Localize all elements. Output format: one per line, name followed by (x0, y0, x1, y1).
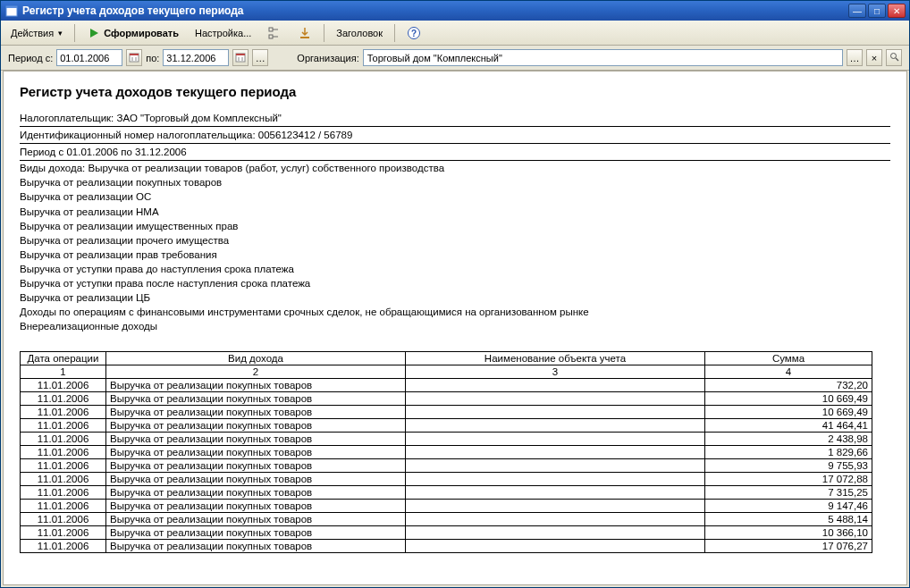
col-date: Дата операции (21, 352, 106, 365)
svg-point-18 (890, 54, 896, 59)
cell-type: Выручка от реализации покупных товаров (106, 540, 406, 553)
org-label: Организация: (297, 53, 358, 63)
cell-object (406, 379, 705, 392)
date-to-input[interactable] (163, 49, 229, 66)
table-row[interactable]: 11.01.2006Выручка от реализации покупных… (21, 446, 872, 459)
calendar-icon (129, 52, 139, 64)
maximize-button[interactable]: □ (868, 4, 886, 18)
date-from-input[interactable] (56, 49, 122, 66)
window-title: Регистр учета доходов текущего периода (22, 4, 848, 17)
cell-date: 11.01.2006 (21, 392, 106, 406)
svg-line-19 (896, 58, 898, 61)
cell-sum: 10 669,49 (705, 392, 872, 406)
income-type-line: Выручка от реализации НМА (20, 205, 890, 219)
save-icon (298, 26, 312, 40)
help-button[interactable]: ? (400, 23, 427, 43)
cell-object (406, 406, 705, 419)
table-row[interactable]: 11.01.2006Выручка от реализации покупных… (21, 500, 872, 513)
table-row[interactable]: 11.01.2006Выручка от реализации покупных… (21, 406, 872, 419)
form-button[interactable]: Сформировать (80, 23, 185, 43)
cell-object (406, 486, 705, 500)
income-type-line: Выручка от реализации прав требования (20, 248, 890, 262)
cell-type: Выручка от реализации покупных товаров (106, 379, 406, 392)
table-row[interactable]: 11.01.2006Выручка от реализации покупных… (21, 459, 872, 473)
income-type-line: Выручка от реализации имущественных прав (20, 219, 890, 233)
table-row[interactable]: 11.01.2006Выручка от реализации покупных… (21, 526, 872, 540)
cell-sum: 5 488,14 (705, 513, 872, 526)
svg-rect-4 (269, 35, 273, 38)
table-numrow: 1 2 3 4 (21, 365, 872, 379)
cell-type: Выручка от реализации покупных товаров (106, 392, 406, 406)
header-label: Заголовок (336, 28, 383, 38)
cell-sum: 10 366,10 (705, 526, 872, 540)
org-clear-button[interactable]: × (866, 49, 882, 66)
cell-sum: 1 829,66 (705, 446, 872, 459)
cell-sum: 10 669,49 (705, 406, 872, 419)
cell-object (406, 540, 705, 553)
table-row[interactable]: 11.01.2006Выручка от реализации покупных… (21, 486, 872, 500)
minimize-button[interactable]: — (848, 4, 866, 18)
cell-object (406, 446, 705, 459)
cell-type: Выручка от реализации покупных товаров (106, 513, 406, 526)
table-row[interactable]: 11.01.2006Выручка от реализации покупных… (21, 392, 872, 406)
cell-sum: 17 072,88 (705, 473, 872, 486)
titlebar: Регистр учета доходов текущего периода —… (1, 1, 909, 21)
close-button[interactable]: ✕ (888, 4, 906, 18)
table-row[interactable]: 11.01.2006Выручка от реализации покупных… (21, 379, 872, 392)
report-title: Регистр учета доходов текущего периода (20, 84, 890, 99)
org-input[interactable] (363, 49, 843, 66)
cell-type: Выручка от реализации покупных товаров (106, 419, 406, 433)
cell-object (406, 500, 705, 513)
period-to-label: по: (146, 53, 159, 63)
org-search-button[interactable] (886, 49, 902, 66)
table-row[interactable]: 11.01.2006Выручка от реализации покупных… (21, 540, 872, 553)
cell-sum: 9 147,46 (705, 500, 872, 513)
cell-object (406, 473, 705, 486)
period-ellipsis-button[interactable]: … (252, 49, 268, 66)
cell-sum: 732,20 (705, 379, 872, 392)
income-type-line: Выручка от уступки права после наступлен… (20, 276, 890, 290)
table-row[interactable]: 11.01.2006Выручка от реализации покупных… (21, 433, 872, 446)
period-line: Период с 01.01.2006 по 31.12.2006 (20, 144, 890, 161)
svg-rect-3 (269, 28, 273, 31)
org-ellipsis-button[interactable]: … (847, 49, 863, 66)
date-to-picker[interactable] (232, 49, 249, 66)
toolbar-separator (394, 24, 395, 42)
income-type-line: Внереализационные доходы (20, 319, 890, 333)
actions-menu[interactable]: Действия▾ (4, 23, 69, 43)
settings-button[interactable]: Настройка... (189, 23, 257, 43)
table-body: 11.01.2006Выручка от реализации покупных… (21, 379, 872, 553)
cell-date: 11.01.2006 (21, 433, 106, 446)
report-scroll-area[interactable]: Регистр учета доходов текущего периода Н… (4, 71, 906, 584)
col-sum: Сумма (705, 352, 872, 365)
cell-type: Выручка от реализации покупных товаров (106, 459, 406, 473)
cell-type: Выручка от реализации покупных товаров (106, 486, 406, 500)
cell-object (406, 392, 705, 406)
income-type-line: Выручка от реализации покупных товаров (20, 175, 890, 189)
cell-object (406, 526, 705, 540)
taxpayer-line: Налогоплательщик: ЗАО "Торговый дом Комп… (20, 110, 890, 127)
cell-date: 11.01.2006 (21, 379, 106, 392)
window-controls: — □ ✕ (848, 4, 906, 18)
cell-date: 11.01.2006 (21, 513, 106, 526)
data-table: Дата операции Вид дохода Наименование об… (20, 351, 872, 553)
tree-icon (267, 26, 282, 40)
inn-line: Идентификационный номер налогоплательщик… (20, 127, 890, 144)
cell-date: 11.01.2006 (21, 459, 106, 473)
period-from-label: Период с: (8, 53, 53, 63)
date-from-picker[interactable] (126, 49, 142, 66)
cell-date: 11.01.2006 (21, 406, 106, 419)
table-row[interactable]: 11.01.2006Выручка от реализации покупных… (21, 419, 872, 433)
income-type-line: Выручка от реализации ЦБ (20, 290, 890, 305)
svg-rect-7 (300, 37, 309, 38)
header-button[interactable]: Заголовок (330, 23, 389, 43)
svg-rect-1 (6, 6, 17, 8)
form-label: Сформировать (104, 28, 179, 38)
tree-toggle-button[interactable] (261, 23, 288, 43)
cell-type: Выручка от реализации покупных товаров (106, 446, 406, 459)
cell-object (406, 419, 705, 433)
table-row[interactable]: 11.01.2006Выручка от реализации покупных… (21, 473, 872, 486)
save-report-button[interactable] (291, 23, 318, 43)
table-row[interactable]: 11.01.2006Выручка от реализации покупных… (21, 513, 872, 526)
calendar-icon (235, 52, 246, 64)
